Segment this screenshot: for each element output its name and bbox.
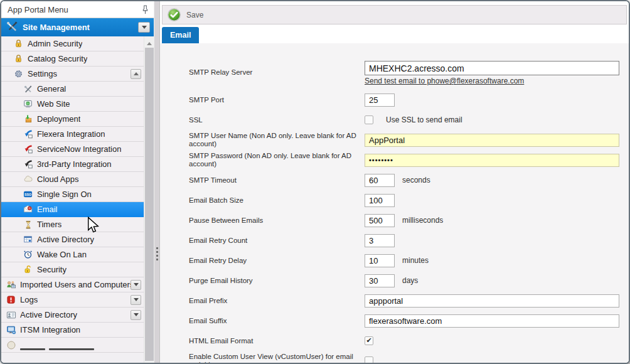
sidebar-group-site-management[interactable]: Site Management	[1, 18, 154, 36]
checkbox-unchecked[interactable]	[365, 115, 373, 124]
text-input-smtp-relay-server[interactable]: MHEXHC2.acresso.com	[365, 61, 619, 75]
password-input-smtp-password-non-ad-only-leav[interactable]: ••••••••	[365, 154, 619, 167]
svg-text:SSO: SSO	[24, 193, 31, 196]
text-input-purge-email-history[interactable]: 30	[365, 274, 395, 287]
field-control: appportal	[365, 294, 619, 308]
site-management-tools-icon	[6, 21, 18, 35]
package-deploy-icon	[23, 114, 33, 124]
text-input-email-retry-delay[interactable]: 10	[365, 254, 395, 267]
sidebar-item-general[interactable]: General	[1, 82, 144, 97]
import-red-icon	[23, 144, 33, 154]
form-row-html-email-format: HTML Email Format	[189, 331, 629, 351]
sidebar-item-imported-users-and-computers[interactable]: Imported Users and Computers	[1, 277, 144, 292]
sidebar-item-label: Active Directory	[37, 235, 94, 244]
sidebar-item-label: Email	[37, 205, 58, 214]
field-control: 30days	[365, 274, 418, 287]
sidebar-item-security[interactable]: Security	[1, 262, 144, 277]
text-input-pause-between-emails[interactable]: 500	[365, 214, 395, 227]
sidebar-item-cloud-apps[interactable]: Cloud Apps	[1, 172, 144, 187]
sidebar-item-label: ITSM Integration	[20, 325, 80, 335]
sidebar-item-wake-on-lan[interactable]: Wake On Lan	[1, 247, 144, 262]
lock-gold-icon	[13, 54, 24, 64]
sidebar-item-label: Flexera Integration	[37, 129, 105, 139]
chevron-down-icon	[134, 298, 139, 304]
scroll-up-icon[interactable]	[147, 40, 152, 45]
field-label: Enable Custom User View (vCustomUser) fo…	[189, 353, 365, 363]
sidebar-item-web-site[interactable]: Web Site	[1, 97, 144, 112]
sidebar-title: App Portal Menu	[8, 5, 68, 14]
sidebar-item-active-directory[interactable]: Active Directory	[1, 308, 144, 323]
checkbox-label: Use SSL to send email	[386, 115, 462, 124]
group-collapse-button[interactable]	[138, 22, 150, 33]
form-row-email-prefix: Email Prefixappportal	[189, 291, 629, 311]
save-button[interactable]: Save	[186, 11, 203, 19]
main-content: Save Email SMTP Relay ServerMHEXHC2.acre…	[160, 1, 629, 363]
sidebar-item-label: Cloud Apps	[37, 174, 79, 184]
text-input-email-retry-count[interactable]: 3	[365, 234, 395, 247]
sidebar-item-label: Single Sign On	[37, 190, 92, 199]
sidebar-item-email[interactable]: Email	[1, 202, 144, 217]
checkbox-checked[interactable]	[365, 336, 373, 345]
users-computers-icon	[6, 280, 16, 290]
field-label: Email Retry Count	[189, 237, 365, 245]
field-label: Email Prefix	[189, 297, 365, 305]
sidebar-item-label: General	[37, 84, 66, 94]
sidebar-item-logs[interactable]: Logs	[1, 292, 144, 308]
sidebar-splitter[interactable]	[154, 1, 160, 363]
sidebar-item-timers[interactable]: Timers	[1, 217, 144, 232]
form-row-smtp-password-non-ad-only-leave-blank-fo: SMTP Password (Non AD only. Leave blank …	[189, 150, 629, 170]
expand-button[interactable]	[131, 280, 141, 290]
ad-table-icon	[23, 235, 33, 245]
sidebar-item-catalog-security[interactable]: Catalog Security	[1, 51, 144, 67]
expand-button[interactable]	[131, 295, 141, 305]
collapse-button[interactable]	[131, 69, 141, 79]
send-test-email-link[interactable]: Send test email to phowe@flexerasoftware…	[365, 77, 524, 85]
lock-open-gold-icon	[23, 265, 33, 275]
field-control	[365, 356, 373, 363]
sidebar-item-itsm-integration[interactable]: ITSM Integration	[1, 323, 144, 338]
sidebar-item-label: Wake On Lan	[37, 250, 87, 259]
sidebar-item-active-directory[interactable]: Active Directory	[1, 232, 144, 247]
field-label: SMTP Password (Non AD only. Leave blank …	[189, 152, 365, 168]
text-input-email-prefix[interactable]: appportal	[365, 294, 619, 308]
sidebar-item-deployment[interactable]: Deployment	[1, 112, 144, 127]
expand-button[interactable]	[131, 310, 141, 320]
clipped-item-text	[20, 348, 94, 350]
field-control: 3	[365, 234, 395, 247]
text-input-email-batch-size[interactable]: 100	[365, 194, 395, 207]
sidebar-item-3rd-party-integration[interactable]: 3rd-Party Integration	[1, 157, 144, 172]
sidebar-scrollbar[interactable]	[144, 36, 154, 363]
sidebar-item-settings[interactable]: Settings	[1, 67, 144, 82]
input-value: 25	[369, 95, 378, 105]
field-label: SSL	[189, 116, 365, 124]
field-control: 60seconds	[365, 174, 430, 187]
checkbox-unchecked[interactable]	[365, 356, 373, 363]
sidebar-item-label: Catalog Security	[28, 54, 87, 63]
sidebar-item-servicenow-integration[interactable]: ServiceNow Integration	[1, 142, 144, 157]
sidebar-item-partial[interactable]	[1, 338, 144, 353]
form-row-ssl: SSLUse SSL to send email	[189, 110, 629, 130]
hourglass-icon	[23, 220, 33, 230]
sidebar-item-flexera-integration[interactable]: Flexera Integration	[1, 127, 144, 142]
field-label: SMTP User Name (Non AD only. Leave blank…	[189, 132, 365, 148]
save-check-icon[interactable]	[167, 8, 181, 22]
scrollbar-thumb[interactable]	[145, 48, 154, 361]
tab-email[interactable]: Email	[162, 27, 199, 43]
toolbar: Save	[162, 5, 627, 24]
text-input-smtp-user-name-non-ad-only-lea[interactable]: AppPortal	[365, 134, 619, 147]
form-row-pause-between-emails: Pause Between Emails500milliseconds	[189, 210, 629, 230]
text-input-smtp-port[interactable]: 25	[365, 94, 395, 107]
text-input-email-suffix[interactable]: flexerasoftware.com	[365, 314, 619, 328]
field-control: flexerasoftware.com	[365, 314, 619, 328]
import-black-icon	[23, 159, 33, 169]
sidebar-item-single-sign-on[interactable]: SSOSingle Sign On	[1, 187, 144, 202]
sidebar-item-label: Timers	[37, 220, 61, 229]
pin-icon[interactable]	[142, 5, 149, 14]
input-value: ••••••••	[369, 156, 393, 164]
sidebar-item-list: Admin SecurityCatalog SecuritySettingsGe…	[1, 36, 144, 363]
input-value: 30	[369, 276, 378, 286]
input-value: 500	[369, 216, 383, 225]
sidebar-item-admin-security[interactable]: Admin Security	[1, 36, 144, 51]
ad-card-icon	[6, 310, 16, 320]
text-input-smtp-timeout[interactable]: 60	[365, 174, 395, 187]
